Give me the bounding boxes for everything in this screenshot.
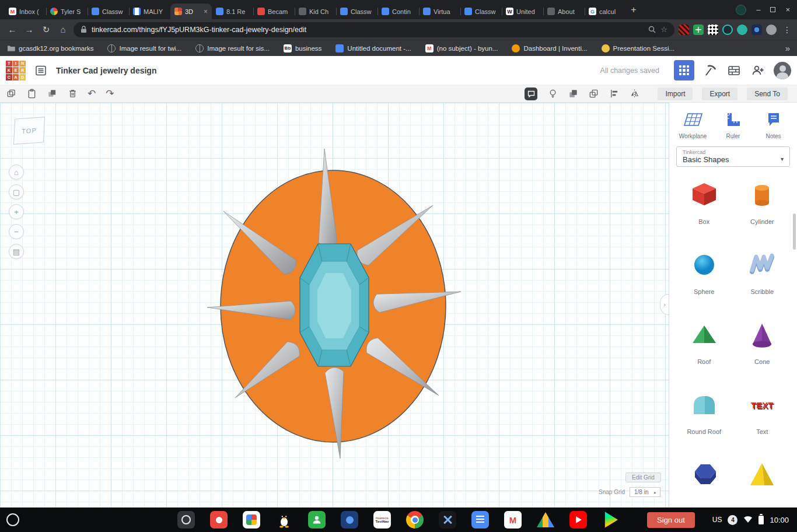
- back-icon[interactable]: ←: [6, 24, 19, 34]
- new-tab-button[interactable]: +: [626, 2, 641, 18]
- testnav-app-icon[interactable]: PEARSON TestNav: [373, 511, 391, 528]
- tinkercad-logo[interactable]: TINKERCAD: [6, 61, 26, 80]
- lightbulb-icon[interactable]: [547, 89, 558, 99]
- bookmark-image-1[interactable]: Image result for twi...: [107, 44, 181, 52]
- extension-icon-3[interactable]: [722, 24, 733, 35]
- screenshot-app-icon[interactable]: [177, 511, 195, 528]
- tab-kidch[interactable]: Kid Ch: [295, 4, 336, 19]
- extension-icon-5[interactable]: [751, 24, 762, 35]
- launcher-icon[interactable]: [6, 513, 19, 526]
- shape-item-cone[interactable]: Cone: [733, 316, 792, 366]
- bookmark-star-icon[interactable]: ☆: [660, 25, 667, 34]
- undo-icon[interactable]: ↶: [88, 89, 96, 99]
- extension-icon-4[interactable]: [737, 24, 747, 35]
- send-to-button[interactable]: Send To: [747, 88, 788, 100]
- docs-app-icon[interactable]: [471, 511, 489, 528]
- sign-out-button[interactable]: Sign out: [647, 512, 695, 528]
- shape-item-pyramid[interactable]: [733, 456, 792, 506]
- import-button[interactable]: Import: [658, 88, 693, 100]
- redo-icon[interactable]: ↷: [106, 89, 114, 99]
- penguin-terminal-icon[interactable]: [275, 511, 293, 528]
- youtube-app-icon[interactable]: [569, 511, 587, 528]
- comment-icon[interactable]: [525, 88, 537, 100]
- snap-grid-select[interactable]: 1/8 in ▴: [630, 487, 660, 497]
- extension-qr-icon[interactable]: [708, 24, 718, 35]
- tab-tyler[interactable]: Tyler S: [46, 4, 88, 19]
- tab-about[interactable]: About: [543, 4, 585, 19]
- home-icon[interactable]: ⌂: [57, 24, 69, 34]
- shape-item-polygon[interactable]: [675, 456, 733, 506]
- zoom-out-button[interactable]: −: [9, 224, 24, 239]
- group-icon[interactable]: [568, 89, 578, 99]
- export-button[interactable]: Export: [702, 88, 737, 100]
- tab-81re[interactable]: 8.1 Re: [212, 4, 253, 19]
- tab-wikipedia-united[interactable]: W United: [502, 4, 543, 19]
- tab-contin[interactable]: Contin: [377, 4, 419, 19]
- browser-menu-icon[interactable]: ⋮: [783, 25, 791, 34]
- teal-gem[interactable]: [300, 244, 369, 366]
- view-cube[interactable]: TOP: [13, 117, 45, 145]
- zoom-in-button[interactable]: +: [9, 204, 24, 219]
- tab-becam[interactable]: Becam: [253, 4, 295, 19]
- shape-item-text[interactable]: TEXT Text: [733, 386, 792, 436]
- tab-google-calculator[interactable]: G calcul: [585, 4, 626, 19]
- perspective-toggle-button[interactable]: ▤: [9, 244, 24, 259]
- ruler-tool[interactable]: Ruler: [713, 112, 753, 139]
- bookmark-business[interactable]: Bb business: [284, 44, 321, 52]
- refresh-icon[interactable]: ↻: [40, 24, 53, 35]
- dashboard-grid-button[interactable]: [674, 60, 694, 80]
- notes-tool[interactable]: Notes: [753, 112, 793, 139]
- colorful-app-icon[interactable]: [243, 511, 260, 528]
- url-omnibox[interactable]: tinkercad.com/things/fYJ5pURM3kG-tinker-…: [74, 22, 674, 37]
- battery-icon[interactable]: [758, 516, 764, 524]
- edit-grid-button[interactable]: Edit Grid: [625, 473, 661, 482]
- home-view-button[interactable]: ⌂: [9, 164, 24, 180]
- maximize-icon[interactable]: [770, 7, 775, 12]
- mirror-icon[interactable]: [629, 89, 639, 99]
- wifi-icon[interactable]: [743, 514, 753, 525]
- design-menu-icon[interactable]: [33, 62, 49, 79]
- 3d-viewport[interactable]: TOP ⌂ ▢ + − ▤ Edit Grid Snap Grid 1/8 in…: [0, 103, 669, 508]
- panel-scrollbar[interactable]: [793, 214, 796, 250]
- bookmarks-overflow-icon[interactable]: »: [785, 43, 790, 53]
- close-tab-icon[interactable]: ×: [204, 8, 208, 16]
- clock[interactable]: 10:00: [770, 516, 789, 524]
- bricks-icon[interactable]: [726, 62, 742, 79]
- shape-item-scribble[interactable]: Scribble: [733, 246, 792, 296]
- extension-icon-6[interactable]: [766, 24, 777, 35]
- user-avatar[interactable]: [774, 62, 791, 79]
- shape-item-round-roof[interactable]: Round Roof: [675, 386, 733, 436]
- design-title[interactable]: Tinker Cad jewelry design: [56, 66, 156, 75]
- play-store-app-icon[interactable]: [602, 511, 620, 528]
- pickaxe-icon[interactable]: [702, 62, 718, 79]
- tab-classwork-2[interactable]: Classw: [336, 4, 377, 19]
- chrome-app-icon[interactable]: [406, 511, 424, 528]
- contacts-app-icon[interactable]: [308, 511, 326, 528]
- drive-app-icon[interactable]: [537, 512, 554, 527]
- keyboard-locale[interactable]: US: [712, 516, 722, 524]
- tab-classwork-1[interactable]: Classw: [88, 4, 129, 19]
- tab-gmail-inbox[interactable]: M Inbox (: [5, 4, 46, 19]
- ungroup-icon[interactable]: [588, 89, 599, 99]
- fit-view-button[interactable]: ▢: [9, 184, 24, 200]
- url-text[interactable]: tinkercad.com/things/fYJ5pURM3kG-tinker-…: [92, 26, 644, 34]
- tab-tinkercad-active[interactable]: 3D ×: [170, 4, 212, 19]
- bookmark-untitled-doc[interactable]: Untitled document -...: [335, 44, 411, 52]
- shape-library-dropdown[interactable]: Tinkercad Basic Shapes ▾: [676, 146, 790, 167]
- bookmark-no-subject[interactable]: M (no subject) - byun...: [425, 44, 498, 52]
- copy-icon[interactable]: [6, 89, 16, 99]
- extension-icon-1[interactable]: [679, 24, 689, 35]
- status-circle-icon[interactable]: [736, 5, 746, 15]
- x-app-icon[interactable]: [439, 511, 456, 528]
- shape-item-cylinder[interactable]: Cylinder: [733, 176, 792, 226]
- minimize-icon[interactable]: –: [756, 6, 760, 13]
- duplicate-icon[interactable]: [47, 89, 57, 99]
- delete-icon[interactable]: [67, 89, 78, 99]
- shape-item-box[interactable]: Box: [675, 176, 733, 226]
- forward-icon[interactable]: →: [23, 24, 36, 34]
- paste-icon[interactable]: [26, 89, 37, 99]
- extension-icon-2[interactable]: [693, 24, 704, 35]
- close-window-icon[interactable]: ×: [785, 6, 790, 13]
- notification-count-badge[interactable]: 4: [728, 515, 737, 525]
- bookmark-dashboard[interactable]: Dashboard | Inventi...: [512, 44, 587, 52]
